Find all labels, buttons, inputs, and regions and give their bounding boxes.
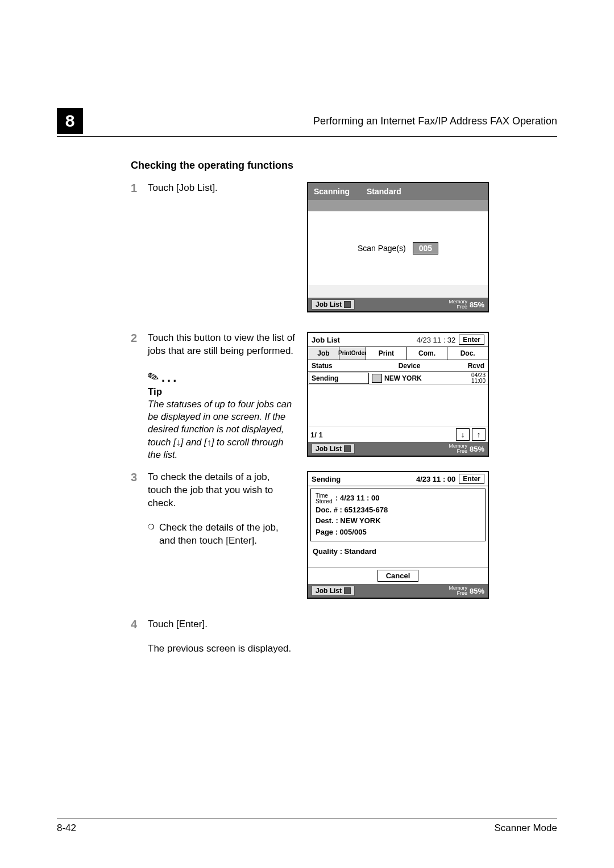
step-number-3: 3 [131,471,148,484]
screen1-footer: Job List Memory Free 85% [308,298,488,311]
joblist-button[interactable]: Job List [312,586,355,596]
pen-icon: ✎ [146,368,161,386]
tab-doc[interactable]: Doc. [447,347,488,360]
time-stored-value: : 4/23 11 : 00 [335,494,379,502]
cancel-button[interactable]: Cancel [377,570,419,582]
memory-pct: 85% [470,301,484,309]
mode-label: Scanning [314,187,350,196]
step3-sub-text: Check the details of the job, and then t… [159,521,296,548]
tab-print[interactable]: Print [366,347,407,360]
s3-footer: Job List Memory Free 85% [308,584,488,598]
page-up-button[interactable]: ↑ [472,428,486,441]
page: 8 Performing an Internet Fax/IP Address … [0,0,614,868]
step3-sublist: ❍ Check the details of the job, and then… [148,521,296,548]
doc-num: Doc. # : 6512345-678 [316,506,388,514]
s2-footer: Job List Memory Free 85% [308,442,488,456]
step4-text-a: Touch [Enter]. [148,618,551,631]
screen1-topbar: Scanning Standard [308,183,488,200]
s2-title: Job List [312,336,417,344]
scanpages-label: Scan Page(s) [358,244,406,253]
s3-details: TimeStored : 4/23 11 : 00 Doc. # : 65123… [310,489,486,541]
tip-block: ✎... Tip The statuses of up to four jobs… [148,369,296,461]
step-text-1: Touch [Job List]. [148,182,296,195]
s3-timestamp: 4/23 11 : 00 [416,475,455,483]
row-dest: NEW YORK [384,372,455,385]
joblist-button-label: Job List [316,301,342,308]
bullet-icon: ❍ [148,521,159,548]
screen-sending-detail: Sending 4/23 11 : 00 Enter TimeStored : … [307,471,489,599]
tab-print-order[interactable]: PrintOrder [339,347,366,360]
page-footer: 8-42 Scanner Mode [57,819,557,834]
quality-label: Standard [367,187,401,196]
device-icon [372,374,382,383]
s2-headers: Status Device Rcvd [308,360,488,372]
dest-value: Dest. : NEW YORK [316,516,381,525]
hdr-rcvd: Rcvd [450,360,488,372]
memory-pct: 85% [470,445,484,453]
screen1-subbar [308,200,488,211]
tip-text: The statuses of up to four jobs can be d… [148,398,296,461]
page-number: 8-42 [57,823,76,834]
page-value: Page : 005/005 [316,528,367,536]
scanpages-value: 005 [413,242,438,254]
page-down-button[interactable]: ↓ [456,428,470,441]
step2-row: 2 Touch this button to view the list of … [131,332,551,461]
joblist-button-label: Job List [316,445,342,453]
s2-timestamp: 4/23 11 : 32 [417,336,456,344]
memory-label: Memory Free [449,444,467,454]
s2-tabs: Job PrintOrder Print Com. Doc. [308,347,488,360]
tip-label: Tip [148,386,296,398]
enter-button[interactable]: Enter [459,335,484,345]
memory-label: Memory Free [449,299,467,310]
step-number-1: 1 [131,182,148,195]
step4-text-b: The previous screen is displayed. [148,642,551,656]
step1-row: 1 Touch [Job List]. Scanning Standard Sc… [131,182,551,312]
step-number-4: 4 [131,618,148,631]
row-rcvd: 04/23 11:00 [455,372,488,385]
pager-label: 1/ 1 [310,431,323,439]
doc-icon [344,301,351,308]
step4-block: 4 Touch [Enter]. The previous screen is … [131,618,551,656]
section-title: Checking the operating functions [131,160,551,172]
s3-titlebar: Sending 4/23 11 : 00 Enter [308,472,488,486]
hdr-status: Status [308,360,368,372]
job-row[interactable]: Sending NEW YORK 04/23 11:00 [308,372,488,385]
step-number-2: 2 [131,332,148,345]
cancel-row: Cancel [308,567,488,584]
hdr-device: Device [368,360,450,372]
step-text-3: To check the details of a job, touch the… [148,471,296,510]
body: Checking the operating functions 1 Touch… [57,160,557,656]
joblist-button[interactable]: Job List [312,299,355,310]
s3-title: Sending [312,475,416,483]
joblist-button[interactable]: Job List [312,444,355,454]
footer-mode: Scanner Mode [494,823,557,834]
time-stored-label: TimeStored [316,493,332,504]
memory-label: Memory Free [449,586,467,596]
screen-joblist: Job List 4/23 11 : 32 Enter Job PrintOrd… [307,332,489,457]
screen1-body: Scan Page(s) 005 [308,211,488,285]
chapter-badge: 8 [57,108,83,134]
step-text-2: Touch this button to view the list of jo… [148,332,296,358]
doc-icon [344,587,351,594]
s2-titlebar: Job List 4/23 11 : 32 Enter [308,333,488,347]
page-header: 8 Performing an Internet Fax/IP Address … [57,108,557,137]
enter-button[interactable]: Enter [459,474,484,484]
tab-com[interactable]: Com. [407,347,448,360]
tip-icon-row: ✎... [148,369,296,385]
header-title: Performing an Internet Fax/IP Address FA… [94,115,557,127]
step3-row: 3 To check the details of a job, touch t… [131,471,551,599]
joblist-button-label: Job List [316,587,342,595]
tab-job[interactable]: Job [308,347,339,360]
doc-icon [344,445,351,452]
pager-row: 1/ 1 ↓ ↑ [308,427,488,442]
memory-pct: 85% [470,587,484,595]
screen-scanning: Scanning Standard Scan Page(s) 005 Job L… [307,182,489,312]
row-status: Sending [309,373,369,384]
